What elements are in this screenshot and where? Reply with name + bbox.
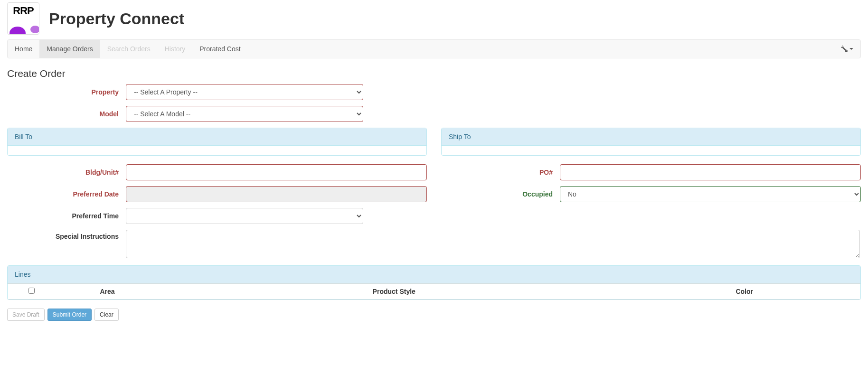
- bldg-unit-label: Bldg/Unit#: [7, 169, 126, 176]
- ship-to-heading: Ship To: [442, 128, 860, 146]
- po-label: PO#: [441, 169, 560, 176]
- bldg-unit-input[interactable]: [126, 164, 427, 180]
- lines-table: Area Product Style Color: [8, 283, 860, 300]
- ship-to-body: [442, 146, 860, 155]
- preferred-time-label: Preferred Time: [7, 212, 126, 220]
- page-title: Create Order: [7, 68, 861, 79]
- nav-manage-orders[interactable]: Manage Orders: [39, 40, 100, 58]
- bill-to-panel: Bill To: [7, 128, 427, 156]
- nav-history: History: [158, 40, 193, 58]
- app-logo: RRP: [7, 2, 39, 35]
- property-label: Property: [7, 88, 126, 96]
- lines-panel: Lines Area Product Style Color: [7, 265, 861, 300]
- select-all-checkbox[interactable]: [28, 288, 35, 294]
- col-area: Area: [55, 284, 160, 300]
- lines-heading: Lines: [8, 266, 860, 283]
- property-select[interactable]: -- Select A Property --: [126, 84, 363, 100]
- bill-to-body: [8, 146, 426, 155]
- special-instructions-input[interactable]: [126, 230, 860, 258]
- bill-to-heading: Bill To: [8, 128, 426, 146]
- model-label: Model: [7, 110, 126, 118]
- preferred-date-label: Preferred Date: [7, 190, 126, 198]
- special-instructions-label: Special Instructions: [7, 230, 126, 240]
- app-title: Property Connect: [49, 9, 184, 28]
- logo-graphic: [8, 22, 39, 34]
- preferred-time-select[interactable]: [126, 208, 363, 224]
- model-select[interactable]: -- Select A Model --: [126, 106, 363, 122]
- po-input[interactable]: [560, 164, 861, 180]
- nav-prorated-cost[interactable]: Prorated Cost: [192, 40, 247, 58]
- preferred-date-input[interactable]: [126, 186, 427, 202]
- nav-home[interactable]: Home: [8, 40, 39, 58]
- app-header: RRP Property Connect: [0, 0, 868, 37]
- submit-order-button[interactable]: Submit Order: [47, 309, 92, 321]
- col-color: Color: [628, 284, 860, 300]
- main-navbar: Home Manage Orders Search Orders History…: [7, 39, 861, 58]
- wrench-icon: [841, 46, 848, 52]
- settings-menu[interactable]: [841, 46, 853, 52]
- occupied-select[interactable]: No: [560, 186, 861, 202]
- occupied-label: Occupied: [441, 190, 560, 198]
- col-product-style: Product Style: [160, 284, 628, 300]
- save-draft-button: Save Draft: [7, 309, 45, 321]
- ship-to-panel: Ship To: [441, 128, 861, 156]
- logo-text: RRP: [8, 6, 39, 16]
- nav-search-orders: Search Orders: [100, 40, 158, 58]
- clear-button[interactable]: Clear: [94, 309, 119, 321]
- chevron-down-icon: [849, 48, 853, 50]
